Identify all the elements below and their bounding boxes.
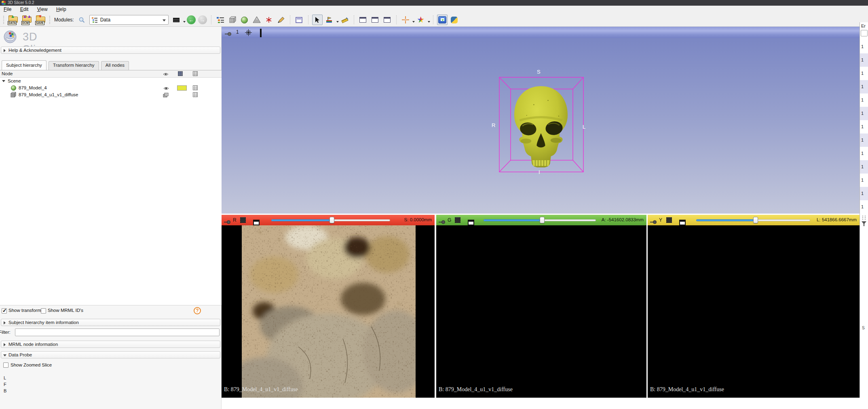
slice-links-icon[interactable] xyxy=(666,217,672,223)
menu-view[interactable]: View xyxy=(34,6,51,13)
skull-model[interactable] xyxy=(497,74,586,176)
table-row[interactable]: 1 xyxy=(860,147,868,160)
red-slice-view[interactable]: B: 879_Model_4_u1_v1_diffuse xyxy=(222,225,435,398)
table-row[interactable]: 1 xyxy=(860,53,868,67)
scene-views-button[interactable] xyxy=(382,15,393,25)
volumes-module-icon[interactable] xyxy=(227,15,238,25)
slider-handle[interactable] xyxy=(540,217,545,223)
slice-visibility-icon[interactable] xyxy=(163,92,169,100)
segmentations-module-icon[interactable] xyxy=(251,15,262,25)
python-console-button[interactable] xyxy=(449,15,460,25)
chevron-down-icon[interactable] xyxy=(428,21,430,24)
chevron-down-icon[interactable] xyxy=(183,21,186,24)
slice-offset-slider[interactable] xyxy=(696,217,810,223)
module-back-button[interactable]: ← xyxy=(187,15,196,24)
menu-help[interactable]: Help xyxy=(53,6,70,13)
mrml-node-information-section[interactable]: MRML node information xyxy=(1,341,220,348)
scene-view-restore-button[interactable] xyxy=(370,15,380,25)
toolbar-grip[interactable] xyxy=(3,16,5,24)
chevron-down-icon[interactable] xyxy=(412,21,415,24)
tab-all-nodes[interactable]: All nodes xyxy=(101,61,129,70)
module-search-icon[interactable] xyxy=(76,15,87,25)
models-module-icon[interactable] xyxy=(239,15,250,25)
show-zoomed-slice-label: Show Zoomed Slice xyxy=(11,362,52,367)
transform-grid-icon[interactable] xyxy=(193,92,198,97)
table-row[interactable]: 1 xyxy=(860,40,868,53)
slider-handle[interactable] xyxy=(329,217,334,223)
table-row[interactable]: 1 xyxy=(860,174,868,187)
view-group-label[interactable]: 1 xyxy=(236,29,239,35)
filter-input[interactable] xyxy=(15,328,220,336)
units-ruler-button[interactable] xyxy=(340,15,350,25)
slice-links-icon[interactable] xyxy=(240,217,246,223)
show-mrml-ids-checkbox[interactable] xyxy=(41,308,46,314)
help-acknowledgement-section[interactable]: Help & Acknowledgement xyxy=(1,47,220,54)
filter-funnel-icon[interactable] xyxy=(862,221,866,226)
slice-menu-window-icon[interactable] xyxy=(253,220,260,225)
expanded-arrow-icon[interactable] xyxy=(2,80,5,84)
tree-header-row[interactable]: Node xyxy=(0,70,222,78)
tab-transform-hierarchy[interactable]: Transform hierarchy xyxy=(49,61,99,70)
view-menu-window-icon[interactable] xyxy=(260,29,262,37)
green-slice-view[interactable]: B: 879_Model_4_u1_v1_diffuse xyxy=(436,225,646,398)
data-probe-section[interactable]: Data Probe xyxy=(1,351,220,358)
slider-handle[interactable] xyxy=(753,217,758,223)
pin-icon[interactable] xyxy=(224,218,230,226)
load-dicom-button[interactable]: ▲▲ DCM xyxy=(21,15,33,25)
mouse-interaction-button[interactable] xyxy=(312,15,323,25)
help-icon[interactable] xyxy=(194,307,201,314)
save-button[interactable]: ▼ SAVE xyxy=(35,15,46,25)
table-row[interactable]: 1 xyxy=(860,187,868,200)
modules-label: Modules: xyxy=(54,17,74,23)
threed-view[interactable]: S R L I xyxy=(222,38,860,214)
tree-item-model[interactable]: 879_Model_4 xyxy=(0,85,222,91)
drag-handle[interactable] xyxy=(862,216,866,220)
model-color-swatch[interactable] xyxy=(177,85,187,91)
pin-icon[interactable] xyxy=(650,218,657,226)
tree-item-texture[interactable]: 879_Model_4_u1_v1_diffuse xyxy=(0,91,222,98)
table-row[interactable]: 1 xyxy=(860,107,868,120)
slice-menu-window-icon[interactable] xyxy=(679,220,686,225)
module-history-button[interactable] xyxy=(171,15,182,25)
item-information-section[interactable]: Subject hierarchy item information xyxy=(1,319,220,326)
slice-letter-label: Y xyxy=(659,217,662,223)
module-selector[interactable]: Data xyxy=(89,15,169,25)
table-row[interactable]: 1 xyxy=(860,67,868,80)
crosshair-button[interactable] xyxy=(400,15,411,25)
right-panel-input[interactable] xyxy=(861,30,868,36)
chevron-down-icon[interactable] xyxy=(336,21,339,24)
yellow-slice-view[interactable]: B: 879_Model_4_u1_v1_diffuse xyxy=(648,225,860,398)
table-row[interactable]: 1 xyxy=(860,93,868,107)
view-link-icon[interactable] xyxy=(245,29,252,38)
menu-edit[interactable]: Edit xyxy=(17,6,32,13)
slice-offset-slider[interactable] xyxy=(484,217,596,223)
table-row[interactable]: 1 xyxy=(860,80,868,93)
slice-links-icon[interactable] xyxy=(455,217,460,223)
place-markup-button[interactable] xyxy=(324,15,335,25)
table-row[interactable]: 1 xyxy=(860,200,868,214)
subject-hierarchy-module-icon[interactable] xyxy=(215,15,226,25)
transforms-module-icon[interactable] xyxy=(276,15,286,25)
toolbar-grip[interactable] xyxy=(49,16,51,24)
module-forward-button[interactable]: → xyxy=(198,15,207,24)
pin-icon[interactable] xyxy=(439,218,445,226)
table-row[interactable]: 1 xyxy=(860,134,868,147)
table-row[interactable]: 1 xyxy=(860,160,868,174)
load-data-button[interactable]: ▲ DATA xyxy=(8,15,19,25)
pin-icon[interactable] xyxy=(225,30,231,38)
window-layout-button[interactable] xyxy=(416,15,426,25)
slice-menu-window-icon[interactable] xyxy=(468,220,474,225)
axis-label-left: L xyxy=(583,124,585,130)
markups-module-icon[interactable] xyxy=(264,15,274,25)
scene-view-capture-button[interactable] xyxy=(358,15,368,25)
tree-item-scene[interactable]: Scene xyxy=(0,78,222,85)
slice-offset-slider[interactable] xyxy=(271,217,390,223)
menu-file[interactable]: File xyxy=(0,6,15,13)
extensions-manager-button[interactable] xyxy=(437,15,448,25)
table-row[interactable]: 1 xyxy=(860,120,868,134)
screen-capture-button[interactable] xyxy=(294,15,304,25)
transform-grid-icon[interactable] xyxy=(193,85,198,90)
show-zoomed-slice-checkbox[interactable] xyxy=(3,362,8,368)
show-transforms-checkbox[interactable] xyxy=(2,308,7,314)
tab-subject-hierarchy[interactable]: Subject hierarchy xyxy=(2,60,46,70)
